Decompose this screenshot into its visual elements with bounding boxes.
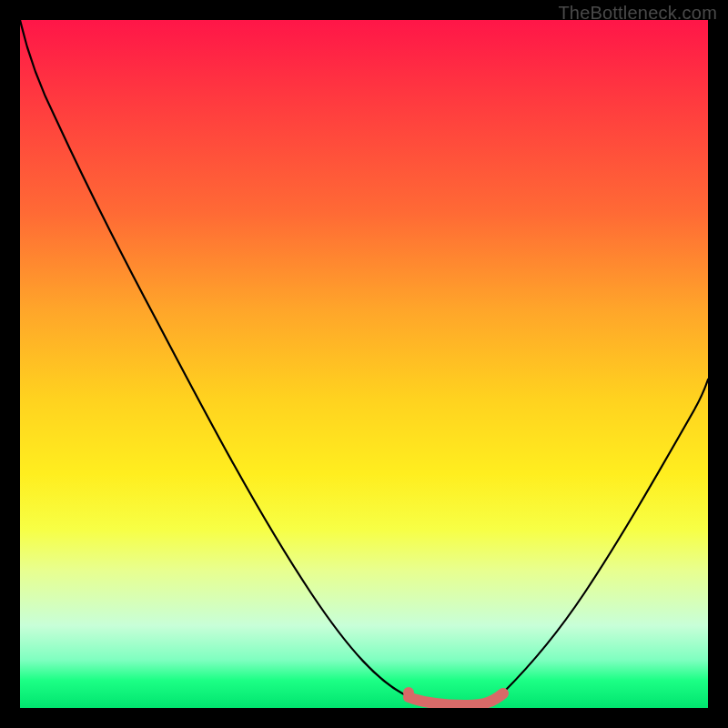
bottleneck-curve — [20, 20, 708, 704]
attribution-text: TheBottleneck.com — [558, 3, 717, 24]
plot-area — [20, 20, 708, 708]
highlight-band — [409, 693, 503, 705]
chart-frame: TheBottleneck.com — [0, 0, 728, 728]
curve-svg — [20, 20, 708, 708]
